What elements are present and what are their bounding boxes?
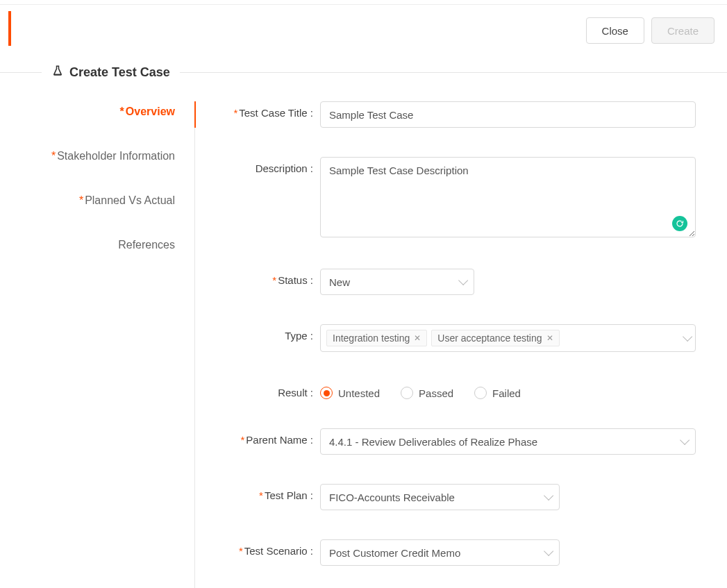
tag-label: Integration testing bbox=[333, 333, 410, 344]
label-result: Result : bbox=[216, 381, 320, 398]
section-header: Create Test Case bbox=[0, 65, 727, 81]
radio-passed[interactable]: Passed bbox=[401, 387, 453, 399]
label-type: Type : bbox=[216, 324, 320, 342]
row-type: Type : Integration testing ✕ User accept… bbox=[216, 324, 696, 352]
radio-label: Untested bbox=[338, 387, 380, 399]
sidebar-item-overview[interactable]: *Overview bbox=[120, 106, 175, 118]
radio-circle-icon bbox=[401, 387, 413, 399]
sidebar-item-stakeholder[interactable]: *Stakeholder Information bbox=[51, 150, 175, 162]
sidebar-item-label: Planned Vs Actual bbox=[85, 194, 175, 206]
page-title: Create Test Case bbox=[51, 65, 170, 81]
required-star: * bbox=[51, 150, 56, 162]
create-button[interactable]: Create bbox=[651, 17, 715, 44]
description-textarea[interactable] bbox=[320, 157, 696, 237]
grammarly-icon bbox=[672, 216, 687, 231]
chevron-down-icon bbox=[680, 435, 690, 445]
parent-name-select[interactable]: 4.4.1 - Review Deliverables of Realize P… bbox=[320, 428, 696, 455]
row-test-plan: *Test Plan : FICO-Accounts Receivable bbox=[216, 484, 696, 510]
form-area: *Test Case Title : Description : *Status… bbox=[194, 101, 727, 588]
chevron-down-icon bbox=[544, 491, 553, 501]
radio-untested[interactable]: Untested bbox=[320, 387, 380, 399]
sidebar-item-planned-vs-actual[interactable]: *Planned Vs Actual bbox=[79, 194, 175, 207]
radio-label: Failed bbox=[492, 387, 521, 399]
row-parent-name: *Parent Name : 4.4.1 - Review Deliverabl… bbox=[216, 428, 696, 455]
sidebar: *Overview *Stakeholder Information *Plan… bbox=[0, 101, 194, 588]
label-test-plan: *Test Plan : bbox=[216, 484, 320, 501]
type-tag: User acceptance testing ✕ bbox=[431, 330, 559, 346]
tag-remove-icon[interactable]: ✕ bbox=[546, 333, 553, 343]
test-case-title-input[interactable] bbox=[320, 101, 696, 128]
tag-remove-icon[interactable]: ✕ bbox=[414, 333, 421, 343]
label-parent-name: *Parent Name : bbox=[216, 428, 320, 446]
content-area: *Overview *Stakeholder Information *Plan… bbox=[0, 101, 727, 588]
close-button[interactable]: Close bbox=[586, 17, 644, 44]
divider-left bbox=[0, 72, 42, 73]
row-test-scenario: *Test Scenario : Post Customer Credit Me… bbox=[216, 539, 696, 566]
required-star: * bbox=[120, 106, 124, 117]
radio-failed[interactable]: Failed bbox=[474, 387, 521, 399]
test-plan-value: FICO-Accounts Receivable bbox=[329, 492, 455, 503]
left-accent-bar bbox=[8, 11, 11, 46]
header: Close Create bbox=[0, 5, 727, 51]
page-title-text: Create Test Case bbox=[69, 65, 170, 80]
sidebar-item-label: Stakeholder Information bbox=[57, 150, 175, 162]
sidebar-item-references[interactable]: References bbox=[118, 239, 175, 251]
row-status: *Status : New bbox=[216, 269, 696, 295]
type-multiselect[interactable]: Integration testing ✕ User acceptance te… bbox=[320, 324, 696, 352]
required-star: * bbox=[79, 194, 83, 206]
parent-name-value: 4.4.1 - Review Deliverables of Realize P… bbox=[329, 436, 537, 448]
tag-label: User acceptance testing bbox=[437, 333, 542, 344]
status-select[interactable]: New bbox=[320, 269, 474, 295]
result-radio-group: Untested Passed Failed bbox=[320, 381, 696, 399]
radio-circle-icon bbox=[474, 387, 487, 399]
radio-label: Passed bbox=[419, 387, 453, 399]
type-tag: Integration testing ✕ bbox=[326, 330, 427, 346]
label-title: *Test Case Title : bbox=[216, 101, 320, 119]
test-scenario-value: Post Customer Credit Memo bbox=[329, 547, 460, 559]
active-tab-indicator bbox=[194, 101, 196, 128]
sidebar-item-label: References bbox=[118, 239, 175, 251]
status-value: New bbox=[329, 276, 350, 288]
label-description: Description : bbox=[216, 157, 320, 174]
chevron-down-icon bbox=[683, 332, 692, 342]
flask-icon bbox=[51, 65, 64, 81]
row-result: Result : Untested Passed Failed bbox=[216, 381, 696, 399]
chevron-down-icon bbox=[458, 276, 468, 285]
radio-circle-icon bbox=[320, 387, 333, 399]
label-status: *Status : bbox=[216, 269, 320, 286]
row-description: Description : bbox=[216, 157, 696, 240]
chevron-down-icon bbox=[544, 546, 553, 556]
divider-right bbox=[180, 72, 727, 73]
test-plan-select[interactable]: FICO-Accounts Receivable bbox=[320, 484, 560, 510]
row-title: *Test Case Title : bbox=[216, 101, 696, 128]
test-scenario-select[interactable]: Post Customer Credit Memo bbox=[320, 539, 560, 566]
sidebar-item-label: Overview bbox=[126, 106, 175, 117]
label-test-scenario: *Test Scenario : bbox=[216, 539, 320, 557]
